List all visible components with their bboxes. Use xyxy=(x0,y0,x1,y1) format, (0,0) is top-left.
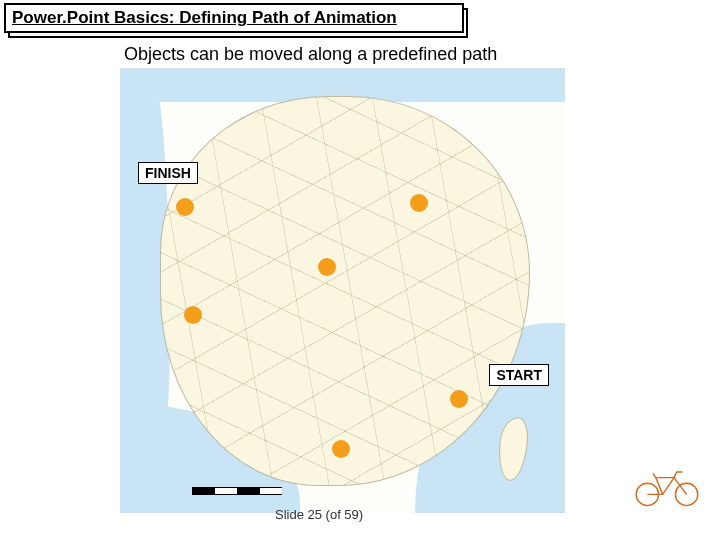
path-dot xyxy=(450,390,468,408)
slide-title: Power.Point Basics: Defining Path of Ani… xyxy=(12,8,397,28)
slide-number: Slide 25 (of 59) xyxy=(275,507,363,522)
path-dot xyxy=(332,440,350,458)
path-dot xyxy=(318,258,336,276)
title-box: Power.Point Basics: Defining Path of Ani… xyxy=(4,3,464,33)
finish-label: FINISH xyxy=(138,162,198,184)
bicycle-icon xyxy=(632,464,702,508)
start-label: START xyxy=(489,364,549,386)
svg-point-1 xyxy=(675,483,697,505)
slide: Power.Point Basics: Defining Path of Ani… xyxy=(0,0,720,540)
path-dot xyxy=(410,194,428,212)
path-dot xyxy=(184,306,202,324)
path-dot xyxy=(176,198,194,216)
slide-subtitle: Objects can be moved along a predefined … xyxy=(124,44,497,65)
map-scale-bar xyxy=(192,487,282,495)
map-container: FINISH START xyxy=(120,68,565,513)
